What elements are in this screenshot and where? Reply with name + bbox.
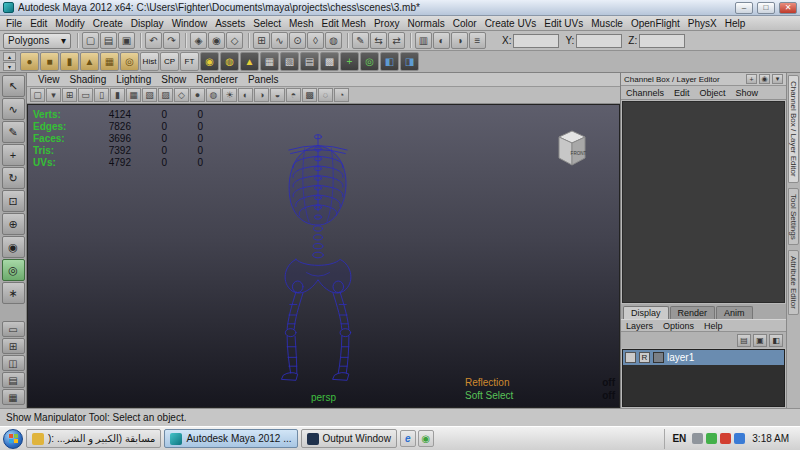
language-indicator[interactable]: EN [670, 433, 688, 444]
channel-box-menu-item[interactable]: Show [731, 88, 764, 98]
network-tray-icon[interactable] [734, 433, 745, 444]
select-component-icon[interactable]: ◇ [226, 32, 243, 49]
poly-cone-icon[interactable]: ▲ [80, 52, 99, 71]
channel-speed-icon[interactable]: ◉ [759, 74, 770, 84]
view-cube[interactable]: FRONT [549, 125, 595, 171]
panel-menu-item[interactable]: View [33, 74, 65, 85]
textured-mode-icon[interactable]: ◍ [206, 88, 221, 102]
shelf-tab-up-icon[interactable]: ▴ [3, 52, 16, 61]
isolate-select-icon[interactable]: ◔ [334, 88, 349, 102]
cp-button[interactable]: CP [160, 52, 179, 71]
append-polygon-icon[interactable]: + [340, 52, 359, 71]
menu-item[interactable]: Display [127, 18, 168, 29]
poly-cylinder-icon[interactable]: ▮ [60, 52, 79, 71]
layer-color-swatch[interactable] [653, 352, 664, 363]
shelf-tab-down-icon[interactable]: ▾ [3, 62, 16, 71]
menu-item[interactable]: Modify [51, 18, 88, 29]
volume-icon[interactable] [692, 433, 703, 444]
poly-sphere-icon[interactable]: ● [20, 52, 39, 71]
show-manipulator-tool[interactable]: ◎ [2, 259, 25, 281]
snap-to-point-icon[interactable]: ⊙ [289, 32, 306, 49]
safe-title-icon[interactable]: ▨ [158, 88, 173, 102]
menu-item[interactable]: Create [89, 18, 127, 29]
menu-item[interactable]: Edit UVs [540, 18, 587, 29]
taskbar-clock[interactable]: 3:18 AM [749, 433, 792, 444]
move-tool[interactable]: + [2, 144, 25, 166]
channel-box-menu-item[interactable]: Edit [669, 88, 695, 98]
bookmarks-icon[interactable]: ▾ [46, 88, 61, 102]
paint-select-tool[interactable]: ✎ [2, 121, 25, 143]
resolution-gate-icon[interactable]: ▯ [94, 88, 109, 102]
construction-history-icon[interactable]: ✎ [352, 32, 369, 49]
close-button[interactable]: ✕ [779, 2, 797, 14]
sculpt-geometry-icon[interactable]: ◉ [200, 52, 219, 71]
universal-manipulator-tool[interactable]: ⊕ [2, 213, 25, 235]
z-coordinate-input[interactable] [639, 34, 685, 48]
channel-box-menu-item[interactable]: Object [695, 88, 731, 98]
channel-options-icon[interactable]: ▾ [772, 74, 783, 84]
empty-layer-icon[interactable]: ▤ [737, 334, 751, 347]
render-current-frame-icon[interactable]: ◐ [433, 32, 450, 49]
field-chart-icon[interactable]: ▦ [126, 88, 141, 102]
menu-item[interactable]: Mesh [285, 18, 317, 29]
menu-item[interactable]: Assets [211, 18, 249, 29]
layer-editor-menu-item[interactable]: Options [658, 321, 699, 331]
skeleton-model[interactable] [243, 111, 393, 399]
layer-editor-menu-item[interactable]: Layers [621, 321, 658, 331]
menu-item[interactable]: Color [449, 18, 481, 29]
layer-editor-tab[interactable]: Render [670, 306, 716, 319]
mirror-geometry-icon[interactable]: ◧ [380, 52, 399, 71]
menu-item[interactable]: Edit [26, 18, 51, 29]
make-live-icon[interactable]: ◍ [325, 32, 342, 49]
grid-toggle-icon[interactable]: ⊞ [62, 88, 77, 102]
sidebar-tab[interactable]: Channel Box / Layer Editor [788, 75, 799, 183]
output-connections-icon[interactable]: ⇄ [388, 32, 405, 49]
save-scene-icon[interactable]: ▣ [118, 32, 135, 49]
menu-item[interactable]: Muscle [587, 18, 627, 29]
layer-editor-tab[interactable]: Display [623, 306, 669, 319]
menu-item[interactable]: Edit Mesh [317, 18, 369, 29]
hypershade-layout-button[interactable]: ▦ [2, 389, 25, 405]
four-pane-layout-button[interactable]: ⊞ [2, 338, 25, 354]
combine-icon[interactable]: ▦ [260, 52, 279, 71]
persp-outliner-layout-button[interactable]: ◫ [2, 355, 25, 371]
messenger-tray-icon[interactable] [706, 433, 717, 444]
rgb-channels-icon[interactable]: ▩ [302, 88, 317, 102]
soft-modification-tool[interactable]: ◉ [2, 236, 25, 258]
ft-button[interactable]: FT [180, 52, 199, 71]
snap-to-curve-icon[interactable]: ∿ [271, 32, 288, 49]
layer-editor-menu-item[interactable]: Help [699, 321, 728, 331]
menu-set-selector[interactable]: Polygons ▾ [3, 33, 71, 49]
panel-menu-item[interactable]: Shading [65, 74, 112, 85]
menu-item[interactable]: Select [249, 18, 285, 29]
input-connections-icon[interactable]: ⇆ [370, 32, 387, 49]
maximize-button[interactable]: □ [757, 2, 775, 14]
poly-torus-icon[interactable]: ◎ [120, 52, 139, 71]
rotate-tool[interactable]: ↻ [2, 167, 25, 189]
exposure-icon[interactable]: ◒ [270, 88, 285, 102]
panel-menu-item[interactable]: Lighting [111, 74, 156, 85]
safe-action-icon[interactable]: ▧ [142, 88, 157, 102]
shadows-icon[interactable]: ◐ [238, 88, 253, 102]
channel-manip-icon[interactable]: + [746, 74, 757, 84]
gamma-icon[interactable]: ◓ [286, 88, 301, 102]
bridge-icon[interactable]: ◎ [360, 52, 379, 71]
poly-cube-icon[interactable]: ■ [40, 52, 59, 71]
menu-item[interactable]: Help [721, 18, 750, 29]
gate-mask-icon[interactable]: ▮ [110, 88, 125, 102]
taskbar-item[interactable]: Autodesk Maya 2012 ... [164, 429, 297, 448]
separate-icon[interactable]: ▧ [280, 52, 299, 71]
history-toggle-button[interactable]: Hist [140, 52, 159, 71]
menu-item[interactable]: Create UVs [481, 18, 541, 29]
taskbar-item[interactable]: مسابقة (الكبير و الشر... :( [26, 429, 161, 448]
use-all-lights-icon[interactable]: ☀ [222, 88, 237, 102]
render-view-icon[interactable]: ▥ [415, 32, 432, 49]
select-object-icon[interactable]: ◉ [208, 32, 225, 49]
sidebar-tab[interactable]: Attribute Editor [788, 250, 799, 315]
select-hierarchy-icon[interactable]: ◈ [190, 32, 207, 49]
select-tool[interactable]: ↖ [2, 75, 25, 97]
wireframe-mode-icon[interactable]: ◇ [174, 88, 189, 102]
persp-graph-layout-button[interactable]: ▤ [2, 372, 25, 388]
internet-explorer-icon[interactable]: e [400, 430, 416, 447]
xray-icon[interactable]: ◑ [254, 88, 269, 102]
